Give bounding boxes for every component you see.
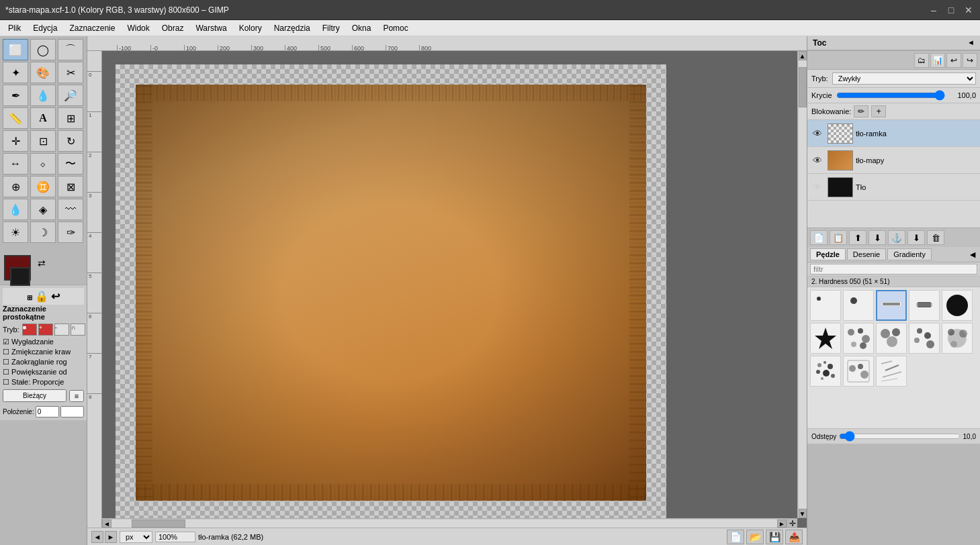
hscroll-track[interactable]	[112, 519, 777, 528]
rect-select-tool[interactable]: ⬜	[3, 39, 28, 60]
zoom-tool[interactable]: 🔎	[58, 85, 83, 106]
close-button[interactable]: ✕	[963, 4, 975, 16]
brush-scatter-1[interactable]	[843, 323, 874, 354]
position-x-input[interactable]	[36, 406, 59, 417]
preset-menu-button[interactable]: ≡	[69, 390, 84, 402]
heal-tool[interactable]: ⊕	[3, 176, 28, 197]
scissors-tool[interactable]: ✂	[58, 62, 83, 83]
zoom-in-button[interactable]: ►	[105, 531, 117, 543]
hscroll-thumb[interactable]	[132, 519, 185, 528]
hscroll-left[interactable]: ◄	[102, 519, 112, 528]
mode-subtract[interactable]: -	[54, 324, 69, 336]
menu-obraz[interactable]: Obraz	[157, 22, 189, 34]
ink-tool[interactable]: ✑	[58, 221, 83, 243]
brushes-tab[interactable]: Pędzle	[810, 248, 846, 260]
clone-tool[interactable]: ♊	[30, 176, 56, 197]
menu-pomoc[interactable]: Pomoc	[377, 22, 413, 34]
crop-tool[interactable]: ⊡	[30, 130, 56, 152]
dodge-tool[interactable]: ☀	[3, 221, 28, 243]
smudge-tool[interactable]: 〰	[58, 199, 83, 220]
blur-tool[interactable]: 💧	[3, 199, 28, 220]
brush-scatter-6[interactable]	[843, 356, 874, 387]
menu-zaznaczenie[interactable]: Zaznaczenie	[64, 22, 120, 34]
patterns-tab[interactable]: Desenie	[847, 248, 886, 260]
minimize-button[interactable]: –	[928, 4, 940, 16]
vscroll-down[interactable]: ▼	[799, 509, 807, 518]
current-preset-button[interactable]: Bieżący	[3, 389, 66, 402]
menu-plik[interactable]: Plik	[3, 22, 26, 34]
brush-scatter-7[interactable]	[876, 356, 907, 387]
warp-tool[interactable]: 〜	[58, 153, 83, 175]
free-select-tool[interactable]: ⌒	[58, 39, 83, 60]
background-color[interactable]	[10, 267, 30, 286]
duplicate-layer-button[interactable]: 📋	[830, 230, 847, 245]
brush-3[interactable]	[909, 290, 940, 321]
layer-visibility-2[interactable]: 👁	[810, 180, 825, 195]
vscroll-up[interactable]: ▲	[799, 51, 807, 60]
mode-add[interactable]: +	[38, 324, 53, 336]
vscroll-thumb[interactable]	[799, 67, 807, 107]
brush-0[interactable]	[810, 290, 841, 321]
open-button[interactable]: 📂	[746, 530, 764, 544]
layer-visibility-0[interactable]: 👁	[810, 126, 825, 141]
panel-collapse-button[interactable]: ◄	[967, 38, 975, 48]
layer-item-2[interactable]: 👁 Tło	[807, 174, 980, 201]
burn-tool[interactable]: ☽	[30, 221, 56, 243]
merge-layer-button[interactable]: ⬇	[907, 230, 925, 245]
flip-tool[interactable]: ↔	[3, 153, 28, 175]
text-tool[interactable]: A	[30, 107, 56, 129]
menu-filtry[interactable]: Filtry	[317, 22, 345, 34]
layer-item-0[interactable]: 👁 tło-ramka	[807, 120, 980, 147]
perspective-clone-tool[interactable]: ⊠	[58, 176, 83, 197]
cage-tool[interactable]: ⬦	[30, 153, 56, 175]
canvas-navigate[interactable]: ✛	[787, 519, 797, 528]
layer-visibility-1[interactable]: 👁	[810, 153, 825, 168]
mode-intersect[interactable]: ∩	[71, 324, 85, 336]
paths-tool[interactable]: ✒	[3, 85, 28, 106]
new-layer-button[interactable]: 📄	[810, 230, 828, 245]
anchor-layer-button[interactable]: ⚓	[888, 230, 905, 245]
brush-panel-expand[interactable]: ◄	[968, 249, 977, 260]
color-select-tool[interactable]: 🎨	[30, 62, 56, 83]
brush-scatter-2[interactable]	[876, 323, 907, 354]
zoom-input[interactable]	[155, 532, 195, 542]
brush-filter-input[interactable]	[810, 264, 977, 275]
menu-kolory[interactable]: Kolory	[234, 22, 267, 34]
layer-up-button[interactable]: ⬆	[849, 230, 866, 245]
redo-dock-button[interactable]: ↪	[963, 53, 977, 68]
swap-colors-icon[interactable]: ⇄	[38, 258, 46, 268]
lock-pixels-button[interactable]: ✏	[854, 105, 868, 117]
measure-tool[interactable]: 📏	[3, 107, 28, 129]
menu-warstwa[interactable]: Warstwa	[190, 22, 232, 34]
layer-down-button[interactable]: ⬇	[868, 230, 886, 245]
brush-star[interactable]	[810, 323, 841, 354]
brush-spacing-slider[interactable]	[839, 431, 960, 442]
brush-scatter-4[interactable]	[942, 323, 973, 354]
save-button[interactable]: 💾	[766, 530, 783, 544]
mode-replace[interactable]: ■	[22, 324, 37, 336]
maximize-button[interactable]: □	[945, 4, 957, 16]
new-image-button[interactable]: 📄	[727, 530, 744, 544]
brush-1[interactable]	[843, 290, 874, 321]
brush-scatter-3[interactable]	[909, 323, 940, 354]
layers-icon-button[interactable]: 🗂	[914, 53, 929, 68]
menu-okna[interactable]: Okna	[347, 22, 377, 34]
position-y-input[interactable]	[60, 406, 84, 417]
layer-item-1[interactable]: 👁 tło-mapy	[807, 147, 980, 174]
channels-icon-button[interactable]: 📊	[930, 53, 945, 68]
opacity-slider[interactable]	[836, 90, 945, 101]
hscroll-right[interactable]: ►	[777, 519, 787, 528]
ellipse-select-tool[interactable]: ◯	[30, 39, 56, 60]
layer-mode-select[interactable]: Zwykły Mnożenie Nakładanie	[832, 72, 976, 85]
export-button[interactable]: 📤	[785, 530, 803, 544]
delete-layer-button[interactable]: 🗑	[927, 230, 944, 245]
zoom-out-button[interactable]: ◄	[91, 531, 103, 543]
move-tool[interactable]: ✛	[3, 130, 28, 152]
sharpen-tool[interactable]: ◈	[30, 199, 56, 220]
align-tool[interactable]: ⊞	[58, 107, 83, 129]
menu-edycja[interactable]: Edycja	[28, 22, 62, 34]
fuzzy-select-tool[interactable]: ✦	[3, 62, 28, 83]
vscroll-track[interactable]	[799, 60, 807, 509]
undo-dock-button[interactable]: ↩	[946, 53, 961, 68]
unit-select[interactable]: px % mm	[120, 531, 152, 543]
